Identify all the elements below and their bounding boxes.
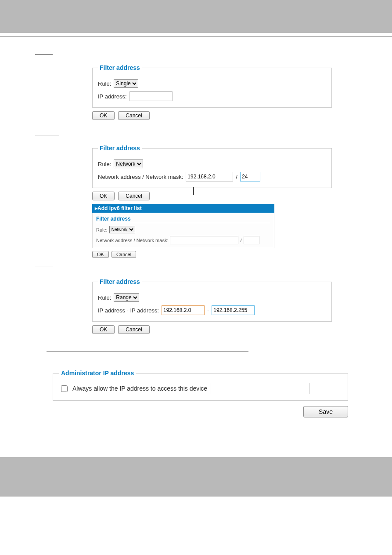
network-cancel-button[interactable]: Cancel: [118, 192, 149, 200]
single-ip-input[interactable]: [129, 91, 173, 101]
ipv6-cancel-button[interactable]: Cancel: [111, 251, 136, 258]
admin-always-allow-checkbox[interactable]: [61, 385, 68, 392]
ipv6-block: ▸Add ipv6 filter list Filter address Rul…: [92, 204, 274, 258]
network-mask-input[interactable]: [240, 172, 260, 181]
single-rule-select[interactable]: Single: [114, 79, 138, 88]
single-ip-label: IP address:: [98, 93, 127, 100]
section-divider: [47, 352, 248, 352]
range-ip-row: IP address - IP address: -: [98, 305, 326, 315]
ipv6-block-title: ▸Add ipv6 filter list: [92, 204, 274, 213]
admin-checkbox-label: Always allow the IP address to access th…: [72, 385, 207, 392]
ipv6-body: Filter address Rule: Network Network add…: [92, 213, 274, 248]
ipv6-slash-label: /: [240, 238, 241, 243]
ipv6-rule-label: Rule:: [96, 227, 108, 232]
single-cancel-button[interactable]: Cancel: [118, 111, 149, 120]
network-filter-legend: Filter address: [98, 145, 142, 152]
slash-label: /: [236, 174, 237, 180]
range-rule-select[interactable]: Range: [114, 293, 139, 302]
rule-label: Rule:: [98, 161, 111, 167]
section-marker-network: [35, 135, 59, 135]
top-decorative-band: [0, 0, 392, 33]
bottom-decorative-band: [0, 457, 392, 497]
ipv6-button-bar: OK Cancel: [92, 251, 274, 258]
range-to-input[interactable]: [212, 305, 255, 315]
admin-ip-fieldset: Administrator IP address Always allow th…: [53, 370, 348, 401]
network-filter-fieldset: Filter address Rule: Network Network add…: [92, 145, 332, 188]
range-rule-row: Rule: Range: [98, 293, 326, 302]
ipv6-rule-select[interactable]: Network: [109, 226, 135, 233]
network-panel-area: Filter address Rule: Network Network add…: [92, 145, 366, 258]
single-ok-button[interactable]: OK: [92, 111, 115, 120]
network-addr-row: Network address / Network mask: /: [98, 172, 326, 181]
network-rule-row: Rule: Network: [98, 160, 326, 168]
single-ip-row: IP address:: [98, 91, 326, 101]
admin-ip-input[interactable]: [211, 383, 310, 394]
network-button-bar: OK Cancel: [92, 192, 366, 200]
ipv6-ok-button[interactable]: OK: [92, 251, 109, 258]
range-filter-legend: Filter address: [98, 278, 142, 285]
single-button-bar: OK Cancel: [92, 111, 366, 120]
section-marker-range: [35, 266, 53, 266]
range-cancel-button[interactable]: Cancel: [118, 325, 149, 334]
ipv6-mask-input[interactable]: [244, 236, 259, 244]
range-button-bar: OK Cancel: [92, 325, 366, 334]
ipv6-rule-row: Rule: Network: [96, 226, 270, 233]
network-rule-select[interactable]: Network: [114, 160, 143, 168]
save-button[interactable]: Save: [303, 406, 348, 417]
range-panel-area: Filter address Rule: Range IP address - …: [92, 278, 366, 334]
range-ok-button[interactable]: OK: [92, 325, 115, 334]
rule-label: Rule:: [98, 294, 111, 301]
admin-ip-legend: Administrator IP address: [59, 370, 136, 377]
ipv6-legend: Filter address: [96, 216, 270, 223]
range-filter-fieldset: Filter address Rule: Range IP address - …: [92, 278, 332, 322]
page-content: Filter address Rule: Single IP address: …: [0, 37, 392, 435]
rule-label: Rule:: [98, 80, 111, 87]
network-address-input[interactable]: [186, 172, 233, 181]
network-addr-label: Network address / Network mask:: [98, 174, 183, 180]
ipv6-addr-row: Network address / Network mask: /: [96, 236, 270, 244]
range-ip-label: IP address - IP address:: [98, 307, 159, 314]
single-rule-row: Rule: Single: [98, 79, 326, 88]
ipv6-address-input[interactable]: [170, 236, 238, 244]
save-button-bar: Save: [35, 406, 348, 417]
admin-ip-row: Always allow the IP address to access th…: [59, 383, 342, 394]
network-ok-button[interactable]: OK: [92, 192, 115, 200]
section-marker-single: [35, 54, 53, 55]
dash-label: -: [207, 307, 209, 314]
single-filter-legend: Filter address: [98, 64, 142, 71]
single-filter-fieldset: Filter address Rule: Single IP address:: [92, 64, 332, 108]
range-from-input[interactable]: [162, 305, 205, 315]
single-panel-area: Filter address Rule: Single IP address: …: [92, 64, 366, 120]
ipv6-addr-label: Network address / Network mask:: [96, 238, 168, 243]
